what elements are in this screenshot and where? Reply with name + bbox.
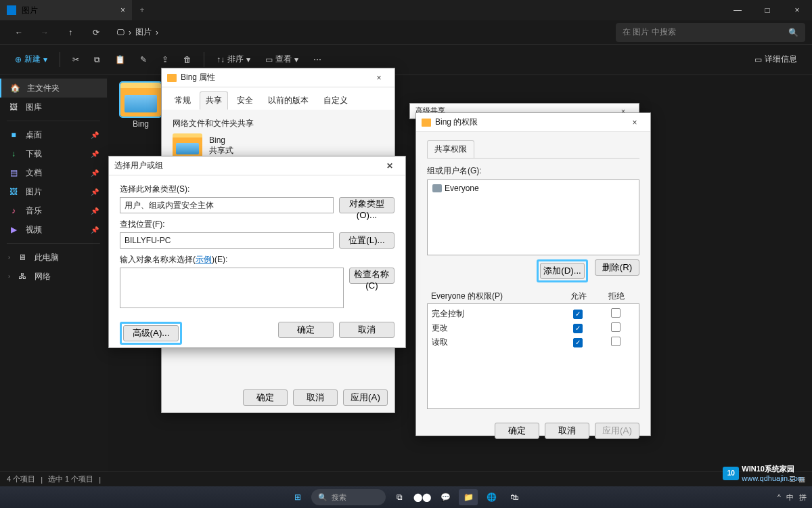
more-button[interactable]: ⋯ (308, 49, 327, 70)
close-icon[interactable]: ✕ (380, 161, 400, 171)
cut-button[interactable]: ✂ (67, 49, 85, 70)
sidebar-item-network[interactable]: ›🖧网络 (0, 267, 107, 286)
sidebar-item-desktop[interactable]: ■桌面📌 (0, 125, 107, 144)
permissions-tabs: 共享权限 (427, 139, 639, 158)
explorer-button[interactable]: 📁 (459, 489, 478, 505)
up-button[interactable]: ↑ (58, 22, 83, 43)
examples-link[interactable]: 示例 (196, 255, 212, 264)
refresh-button[interactable]: ⟳ (84, 22, 108, 43)
tab-title: 图片 (22, 5, 38, 16)
user-name: Everyone (445, 184, 479, 193)
address-bar[interactable]: 🖵 › 图片 › (110, 26, 165, 38)
select-users-dialog: 选择用户或组 ✕ 选择此对象类型(S): 用户、组或内置安全主体 对象类型(O)… (108, 156, 406, 348)
deny-checkbox[interactable] (611, 322, 621, 332)
advanced-button[interactable]: 高级(A)... (123, 325, 179, 341)
taskbar: ⊞ 🔍 搜索 ⧉ ⬤⬤ 💬 📁 🌐 🛍 ^ 中 拼 (0, 486, 812, 508)
apply-button[interactable]: 应用(A) (343, 389, 388, 406)
ime-indicator[interactable]: 中 (786, 492, 794, 503)
sidebar-item-videos[interactable]: ▶视频📌 (0, 220, 107, 239)
paste-button[interactable]: 📋 (110, 49, 131, 70)
sidebar-item-pictures[interactable]: 🖼图片📌 (0, 182, 107, 201)
cancel-button[interactable]: 取消 (293, 389, 338, 406)
remove-button[interactable]: 删除(R) (595, 259, 639, 276)
share-folder-name: Bing (209, 135, 233, 145)
tab-previous[interactable]: 以前的版本 (262, 91, 315, 110)
close-button[interactable]: × (782, 0, 812, 20)
sidebar-item-thispc[interactable]: ›🖥此电脑 (0, 248, 107, 267)
locations-button[interactable]: 位置(L)... (339, 232, 394, 249)
edge-button[interactable]: 🌐 (482, 489, 501, 505)
tab-security[interactable]: 安全 (231, 91, 259, 110)
allow-checkbox[interactable]: ✓ (573, 324, 583, 333)
tab-general[interactable]: 常规 (168, 91, 197, 110)
object-types-button[interactable]: 对象类型(O)... (339, 197, 394, 213)
apply-button[interactable]: 应用(A) (595, 423, 639, 439)
forward-button[interactable]: → (32, 22, 57, 43)
add-button[interactable]: 添加(D)... (540, 263, 585, 279)
task-view-button[interactable]: ⧉ (390, 489, 409, 505)
deny-header: 拒绝 (597, 291, 635, 302)
close-icon[interactable]: × (369, 73, 389, 83)
tab-sharing[interactable]: 共享 (200, 91, 228, 110)
widgets-button[interactable]: ⬤⬤ (413, 489, 432, 505)
network-icon: 🖧 (17, 272, 28, 281)
minimize-button[interactable]: — (723, 0, 752, 20)
list-item[interactable]: Everyone (430, 183, 636, 194)
tray-chevron-icon[interactable]: ^ (777, 493, 781, 501)
dialog-title-bar[interactable]: 选择用户或组 ✕ (109, 156, 405, 175)
ok-button[interactable]: 确定 (495, 423, 539, 439)
ok-button[interactable]: 确定 (243, 389, 288, 406)
delete-button[interactable]: 🗑 (178, 49, 197, 70)
close-icon[interactable]: × (625, 118, 645, 127)
store-button[interactable]: 🛍 (505, 489, 524, 505)
back-button[interactable]: ← (7, 22, 31, 43)
system-tray[interactable]: ^ 中 拼 (777, 492, 807, 503)
object-names-input[interactable] (120, 268, 344, 308)
sidebar-item-music[interactable]: ♪音乐📌 (0, 201, 107, 220)
taskbar-search[interactable]: 🔍 搜索 (311, 489, 386, 505)
tab-close-icon[interactable]: × (120, 5, 125, 15)
check-names-button[interactable]: 检查名称(C) (349, 268, 394, 284)
permission-name: 更改 (432, 322, 559, 334)
deny-checkbox[interactable] (611, 308, 621, 318)
add-tab-button[interactable]: + (132, 5, 152, 15)
folder-item[interactable]: Bing (115, 83, 166, 129)
allow-checkbox[interactable]: ✓ (573, 310, 583, 319)
sidebar-item-gallery[interactable]: 🖼图库 (0, 98, 107, 117)
chat-button[interactable]: 💬 (436, 489, 455, 505)
tab-customize[interactable]: 自定义 (317, 91, 354, 110)
rename-button[interactable]: ✎ (135, 49, 152, 70)
object-type-label: 选择此对象类型(S): (120, 184, 394, 195)
sidebar-item-downloads[interactable]: ↓下载📌 (0, 144, 107, 163)
tab-share-permissions[interactable]: 共享权限 (427, 140, 474, 158)
gallery-icon: 🖼 (8, 102, 19, 112)
users-list[interactable]: Everyone (427, 179, 639, 255)
ok-button[interactable]: 确定 (278, 322, 334, 338)
perm-header-label: Everyone 的权限(P) (431, 291, 560, 302)
ime-mode[interactable]: 拼 (799, 492, 807, 503)
search-input[interactable]: 在 图片 中搜索 🔍 (616, 23, 805, 42)
search-icon: 🔍 (788, 28, 798, 37)
cancel-button[interactable]: 取消 (339, 322, 394, 338)
sidebar-item-home[interactable]: 🏠主文件夹 (0, 79, 107, 98)
share-button[interactable]: ⇪ (156, 49, 174, 70)
pin-icon: 📌 (91, 226, 99, 234)
pin-icon: 📌 (91, 150, 99, 158)
cancel-button[interactable]: 取消 (545, 423, 589, 439)
dialog-title-bar[interactable]: Bing 属性 × (162, 68, 394, 87)
maximize-button[interactable]: □ (752, 0, 782, 20)
copy-button[interactable]: ⧉ (89, 49, 106, 70)
allow-checkbox[interactable]: ✓ (573, 338, 583, 347)
window-controls: — □ × (723, 0, 812, 20)
tab[interactable]: 图片 × (0, 0, 132, 20)
details-button[interactable]: ▭ 详细信息 (749, 49, 803, 70)
start-button[interactable]: ⊞ (288, 489, 307, 505)
sidebar-item-documents[interactable]: ▤文档📌 (0, 163, 107, 182)
deny-checkbox[interactable] (611, 337, 621, 346)
sort-button[interactable]: ↑↓ 排序 ▾ (211, 49, 256, 70)
highlight-annotation: 高级(A)... (120, 322, 182, 345)
dialog-title-bar[interactable]: Bing 的权限 × (416, 113, 650, 132)
new-button[interactable]: ⊕ 新建 ▾ (9, 49, 53, 70)
path-segment[interactable]: 图片 (135, 26, 152, 38)
view-button[interactable]: ▭ 查看 ▾ (260, 49, 304, 70)
